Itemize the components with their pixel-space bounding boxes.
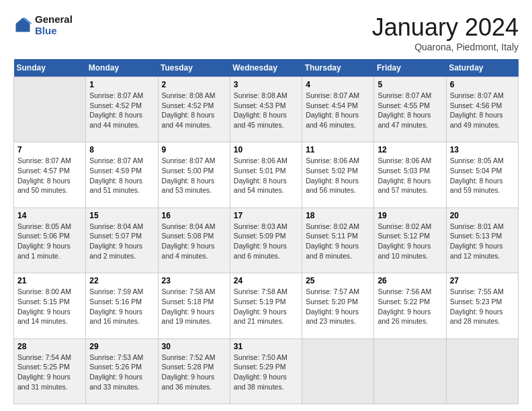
table-row: 16Sunrise: 8:04 AM Sunset: 5:08 PM Dayli… bbox=[158, 208, 230, 273]
table-row bbox=[374, 338, 446, 404]
day-number: 23 bbox=[162, 276, 226, 285]
day-info: Sunrise: 7:58 AM Sunset: 5:19 PM Dayligh… bbox=[234, 287, 298, 326]
table-row: 4Sunrise: 8:07 AM Sunset: 4:54 PM Daylig… bbox=[302, 77, 374, 142]
day-info: Sunrise: 8:07 AM Sunset: 4:59 PM Dayligh… bbox=[89, 156, 154, 195]
day-number: 6 bbox=[450, 80, 515, 89]
table-row: 15Sunrise: 8:04 AM Sunset: 5:07 PM Dayli… bbox=[86, 208, 158, 273]
day-number: 11 bbox=[306, 145, 370, 154]
day-number: 18 bbox=[306, 211, 370, 220]
day-number: 25 bbox=[306, 276, 370, 285]
table-row: 25Sunrise: 7:57 AM Sunset: 5:20 PM Dayli… bbox=[302, 273, 374, 338]
day-number: 1 bbox=[89, 80, 154, 89]
calendar-week-row: 14Sunrise: 8:05 AM Sunset: 5:06 PM Dayli… bbox=[14, 208, 519, 273]
day-number: 19 bbox=[378, 211, 442, 220]
day-number: 27 bbox=[450, 276, 515, 285]
day-info: Sunrise: 8:07 AM Sunset: 4:57 PM Dayligh… bbox=[17, 156, 82, 195]
day-number: 20 bbox=[450, 211, 515, 220]
page: General Blue January 2024 Quarona, Piedm… bbox=[0, 0, 532, 411]
table-row bbox=[446, 338, 518, 404]
day-number: 24 bbox=[234, 276, 298, 285]
calendar-week-row: 21Sunrise: 8:00 AM Sunset: 5:15 PM Dayli… bbox=[14, 273, 519, 338]
calendar-week-row: 28Sunrise: 7:54 AM Sunset: 5:25 PM Dayli… bbox=[14, 338, 519, 404]
day-info: Sunrise: 7:50 AM Sunset: 5:29 PM Dayligh… bbox=[234, 353, 298, 392]
day-info: Sunrise: 8:05 AM Sunset: 5:06 PM Dayligh… bbox=[17, 222, 82, 261]
day-number: 13 bbox=[450, 145, 515, 154]
day-info: Sunrise: 8:07 AM Sunset: 4:55 PM Dayligh… bbox=[378, 91, 442, 130]
day-number: 22 bbox=[89, 276, 154, 285]
table-row: 1Sunrise: 8:07 AM Sunset: 4:52 PM Daylig… bbox=[86, 77, 158, 142]
header-row: Sunday Monday Tuesday Wednesday Thursday… bbox=[14, 59, 519, 77]
day-info: Sunrise: 8:07 AM Sunset: 5:00 PM Dayligh… bbox=[162, 156, 226, 195]
day-number: 8 bbox=[89, 145, 154, 154]
day-number: 15 bbox=[89, 211, 154, 220]
day-number: 30 bbox=[162, 342, 226, 351]
day-info: Sunrise: 8:04 AM Sunset: 5:07 PM Dayligh… bbox=[89, 222, 154, 261]
table-row: 31Sunrise: 7:50 AM Sunset: 5:29 PM Dayli… bbox=[230, 338, 302, 404]
day-number: 3 bbox=[234, 80, 298, 89]
header: General Blue January 2024 Quarona, Piedm… bbox=[13, 13, 519, 52]
day-info: Sunrise: 7:55 AM Sunset: 5:23 PM Dayligh… bbox=[450, 287, 515, 326]
day-number: 28 bbox=[17, 342, 82, 351]
table-row: 8Sunrise: 8:07 AM Sunset: 4:59 PM Daylig… bbox=[86, 142, 158, 208]
table-row: 20Sunrise: 8:01 AM Sunset: 5:13 PM Dayli… bbox=[446, 208, 518, 273]
col-tuesday: Tuesday bbox=[158, 59, 230, 77]
day-number: 2 bbox=[162, 80, 226, 89]
day-info: Sunrise: 7:56 AM Sunset: 5:22 PM Dayligh… bbox=[378, 287, 442, 326]
table-row: 28Sunrise: 7:54 AM Sunset: 5:25 PM Dayli… bbox=[14, 338, 86, 404]
day-info: Sunrise: 7:52 AM Sunset: 5:28 PM Dayligh… bbox=[162, 353, 226, 392]
subtitle: Quarona, Piedmont, Italy bbox=[372, 42, 519, 52]
day-info: Sunrise: 8:06 AM Sunset: 5:02 PM Dayligh… bbox=[306, 156, 370, 195]
day-info: Sunrise: 8:08 AM Sunset: 4:53 PM Dayligh… bbox=[234, 91, 298, 130]
day-number: 16 bbox=[162, 211, 226, 220]
month-title: January 2024 bbox=[372, 13, 519, 42]
day-number: 5 bbox=[378, 80, 442, 89]
col-friday: Friday bbox=[374, 59, 446, 77]
calendar-table: Sunday Monday Tuesday Wednesday Thursday… bbox=[13, 59, 519, 404]
day-info: Sunrise: 8:00 AM Sunset: 5:15 PM Dayligh… bbox=[17, 287, 82, 326]
table-row: 29Sunrise: 7:53 AM Sunset: 5:26 PM Dayli… bbox=[86, 338, 158, 404]
calendar-week-row: 1Sunrise: 8:07 AM Sunset: 4:52 PM Daylig… bbox=[14, 77, 519, 142]
day-info: Sunrise: 8:05 AM Sunset: 5:04 PM Dayligh… bbox=[450, 156, 515, 195]
title-block: January 2024 Quarona, Piedmont, Italy bbox=[372, 13, 519, 52]
table-row: 17Sunrise: 8:03 AM Sunset: 5:09 PM Dayli… bbox=[230, 208, 302, 273]
table-row: 13Sunrise: 8:05 AM Sunset: 5:04 PM Dayli… bbox=[446, 142, 518, 208]
table-row: 5Sunrise: 8:07 AM Sunset: 4:55 PM Daylig… bbox=[374, 77, 446, 142]
table-row: 12Sunrise: 8:06 AM Sunset: 5:03 PM Dayli… bbox=[374, 142, 446, 208]
day-info: Sunrise: 8:07 AM Sunset: 4:54 PM Dayligh… bbox=[306, 91, 370, 130]
table-row: 18Sunrise: 8:02 AM Sunset: 5:11 PM Dayli… bbox=[302, 208, 374, 273]
day-info: Sunrise: 8:06 AM Sunset: 5:03 PM Dayligh… bbox=[378, 156, 442, 195]
day-info: Sunrise: 7:57 AM Sunset: 5:20 PM Dayligh… bbox=[306, 287, 370, 326]
day-info: Sunrise: 7:58 AM Sunset: 5:18 PM Dayligh… bbox=[162, 287, 226, 326]
table-row bbox=[14, 77, 86, 142]
day-number: 4 bbox=[306, 80, 370, 89]
day-number: 21 bbox=[17, 276, 82, 285]
col-sunday: Sunday bbox=[14, 59, 86, 77]
col-thursday: Thursday bbox=[302, 59, 374, 77]
col-monday: Monday bbox=[86, 59, 158, 77]
table-row bbox=[302, 338, 374, 404]
table-row: 22Sunrise: 7:59 AM Sunset: 5:16 PM Dayli… bbox=[86, 273, 158, 338]
table-row: 14Sunrise: 8:05 AM Sunset: 5:06 PM Dayli… bbox=[14, 208, 86, 273]
logo-text: General Blue bbox=[35, 13, 73, 36]
svg-marker-0 bbox=[16, 18, 30, 32]
day-info: Sunrise: 8:01 AM Sunset: 5:13 PM Dayligh… bbox=[450, 222, 515, 261]
table-row: 10Sunrise: 8:06 AM Sunset: 5:01 PM Dayli… bbox=[230, 142, 302, 208]
day-number: 26 bbox=[378, 276, 442, 285]
day-number: 12 bbox=[378, 145, 442, 154]
day-info: Sunrise: 8:02 AM Sunset: 5:12 PM Dayligh… bbox=[378, 222, 442, 261]
table-row: 11Sunrise: 8:06 AM Sunset: 5:02 PM Dayli… bbox=[302, 142, 374, 208]
table-row: 27Sunrise: 7:55 AM Sunset: 5:23 PM Dayli… bbox=[446, 273, 518, 338]
table-row: 21Sunrise: 8:00 AM Sunset: 5:15 PM Dayli… bbox=[14, 273, 86, 338]
day-info: Sunrise: 7:53 AM Sunset: 5:26 PM Dayligh… bbox=[89, 353, 154, 392]
logo-icon bbox=[13, 15, 32, 34]
day-info: Sunrise: 8:03 AM Sunset: 5:09 PM Dayligh… bbox=[234, 222, 298, 261]
table-row: 30Sunrise: 7:52 AM Sunset: 5:28 PM Dayli… bbox=[158, 338, 230, 404]
day-info: Sunrise: 8:04 AM Sunset: 5:08 PM Dayligh… bbox=[162, 222, 226, 261]
day-info: Sunrise: 8:07 AM Sunset: 4:52 PM Dayligh… bbox=[89, 91, 154, 130]
day-number: 17 bbox=[234, 211, 298, 220]
table-row: 7Sunrise: 8:07 AM Sunset: 4:57 PM Daylig… bbox=[14, 142, 86, 208]
table-row: 26Sunrise: 7:56 AM Sunset: 5:22 PM Dayli… bbox=[374, 273, 446, 338]
table-row: 3Sunrise: 8:08 AM Sunset: 4:53 PM Daylig… bbox=[230, 77, 302, 142]
day-number: 29 bbox=[89, 342, 154, 351]
day-number: 31 bbox=[234, 342, 298, 351]
